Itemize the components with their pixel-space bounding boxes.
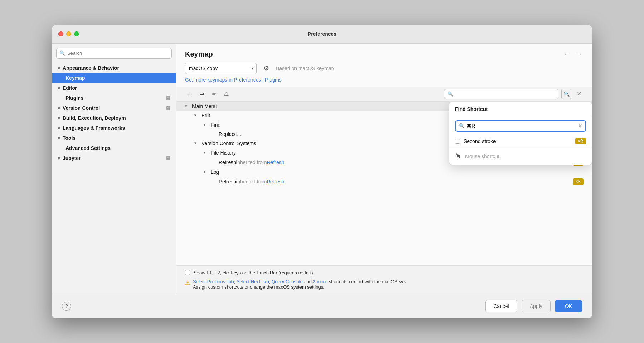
keymap-settings-button[interactable]: ⚙ [261, 63, 272, 74]
sidebar-item-tools[interactable]: ▶Tools [52, 133, 176, 143]
sidebar-search-container[interactable]: 🔍 [56, 48, 172, 59]
inherited-link[interactable]: Refresh [267, 160, 284, 165]
window-title: Preferences [308, 31, 336, 37]
chevron-icon: ▶ [58, 65, 60, 70]
chevron-icon: ▶ [58, 106, 60, 110]
warning-filter-button[interactable]: ⚠ [221, 89, 231, 99]
sidebar-search-input[interactable] [67, 50, 169, 56]
popup-mouse-row: 🖱 Mouse shortcut [449, 148, 592, 165]
find-shortcut-button[interactable]: 🔍 [561, 89, 571, 99]
traffic-lights [58, 31, 79, 36]
content-area: 🔍 ▶Appearance & BehaviorKeymap▶EditorPlu… [52, 44, 592, 294]
conflict-link-2[interactable]: Select Next Tab [236, 279, 269, 284]
conflict-link-more[interactable]: 2 more [313, 279, 327, 284]
nav-forward-button[interactable]: → [574, 50, 584, 58]
popup-search-icon: 🔍 [459, 123, 464, 128]
sidebar-item-label: Appearance & Behavior [63, 65, 119, 71]
close-traffic-light[interactable] [58, 31, 63, 36]
minimize-traffic-light[interactable] [66, 31, 71, 36]
conflict-and-text: and [304, 279, 313, 284]
tree-chevron-icon: ▾ [204, 122, 209, 127]
popup-search-input[interactable] [467, 123, 576, 129]
conflict-detail-text: Assign custom shortcuts or change the ma… [193, 284, 325, 290]
conflict-link-3[interactable]: Query Console [272, 279, 303, 284]
keymap-search-icon: 🔍 [447, 91, 453, 97]
keymap-dropdown[interactable]: macOS copy [185, 63, 257, 74]
conflict-suffix-text: shortcuts conflict with the macOS sys [329, 279, 406, 284]
touch-bar-checkbox[interactable] [185, 270, 190, 275]
maximize-traffic-light[interactable] [74, 31, 79, 36]
inherited-text: inherited from [236, 160, 267, 165]
conflict-row: ⚠ Select Previous Tab, Select Next Tab, … [185, 279, 584, 290]
inherited-link[interactable]: Refresh [267, 179, 284, 185]
sidebar-item-label: Editor [63, 85, 77, 91]
sidebar-item-keymap[interactable]: Keymap [52, 73, 176, 83]
sidebar-item-plugins[interactable]: Plugins▦ [52, 93, 176, 103]
touch-bar-row: Show F1, F2, etc. keys on the Touch Bar … [185, 270, 584, 275]
main-panel: Keymap ← → macOS copy ▾ ⚙ Based on macOS… [176, 44, 592, 294]
nav-back-button[interactable]: ← [562, 50, 571, 58]
help-button[interactable]: ? [62, 302, 71, 311]
tree-row-label: Main Menu [192, 103, 217, 109]
filter-assigned-button[interactable]: ⇌ [197, 89, 206, 99]
conflict-text: Select Previous Tab, Select Next Tab, Qu… [193, 279, 406, 290]
sidebar-item-label: Tools [63, 135, 75, 141]
tree-row-log[interactable]: ▾Log [176, 167, 592, 177]
keymap-toolbar: ≡ ⇌ ✏ ⚠ 🔍 🔍 ✕ [176, 87, 592, 102]
keymap-search-input[interactable] [455, 91, 555, 97]
apply-button[interactable]: Apply [522, 300, 551, 312]
popup-clear-button[interactable]: ✕ [578, 123, 582, 129]
sidebar-item-appearance[interactable]: ▶Appearance & Behavior [52, 63, 176, 73]
nav-arrows: ← → [562, 50, 584, 58]
sidebar-item-label: Version Control [63, 105, 100, 111]
sidebar-item-badge: ▦ [166, 105, 170, 111]
sidebar-search-icon: 🔍 [59, 50, 65, 56]
popup-title: Find Shortcut [449, 102, 592, 116]
tree-row-refresh-2[interactable]: Refresh inherited from Refresh⌘R [176, 177, 592, 187]
page-title: Keymap [185, 50, 213, 58]
dialog-footer: ? Cancel Apply OK [52, 294, 592, 318]
edit-shortcut-button[interactable]: ✏ [209, 89, 219, 99]
popup-second-stroke-row: Second stroke ⌘R [449, 136, 592, 148]
tree-chevron-icon: ▾ [204, 150, 209, 155]
sidebar-item-advanced[interactable]: Advanced Settings [52, 143, 176, 153]
get-more-keymaps-link[interactable]: Get more keymaps in Preferences | Plugin… [176, 77, 592, 87]
conflict-link-1[interactable]: Select Previous Tab [193, 279, 234, 284]
popup-search-container[interactable]: 🔍 ✕ [455, 120, 586, 132]
sidebar-item-label: Build, Execution, Deploym [63, 115, 126, 121]
sidebar-item-jupyter[interactable]: ▶Jupyter▦ [52, 153, 176, 163]
cancel-button[interactable]: Cancel [485, 300, 517, 312]
conflict-warning-icon: ⚠ [185, 279, 190, 286]
tree-row-label: Refresh [219, 160, 236, 165]
inherited-text: inherited from [236, 179, 267, 185]
find-shortcut-popup: Find Shortcut 🔍 ✕ Second stroke ⌘R 🖱 Mou… [449, 102, 592, 165]
close-search-button[interactable]: ✕ [574, 89, 584, 99]
keymap-description: Based on macOS keymap [276, 65, 334, 71]
ok-button[interactable]: OK [555, 300, 582, 312]
sidebar-item-label: Languages & Frameworks [63, 125, 125, 131]
second-stroke-checkbox[interactable] [455, 139, 460, 144]
sidebar-item-badge: ▦ [166, 95, 170, 101]
tree-chevron-icon: ▾ [185, 104, 191, 108]
main-header: Keymap ← → [176, 44, 592, 63]
chevron-icon: ▶ [58, 116, 60, 120]
chevron-icon: ▶ [58, 85, 60, 90]
bottom-bar: Show F1, F2, etc. keys on the Touch Bar … [176, 265, 592, 294]
sidebar-item-label: Advanced Settings [65, 145, 111, 151]
sidebar-item-label: Keymap [65, 75, 85, 81]
second-stroke-shortcut-badge: ⌘R [575, 138, 586, 144]
sidebar-item-version-control[interactable]: ▶Version Control▦ [52, 103, 176, 113]
shortcut-badge: ⌘R [573, 178, 584, 185]
sidebar-item-languages[interactable]: ▶Languages & Frameworks [52, 123, 176, 133]
tree-row-label: Replace... [219, 131, 241, 137]
chevron-icon: ▶ [58, 126, 60, 130]
sidebar-item-build[interactable]: ▶Build, Execution, Deploym [52, 113, 176, 123]
sidebar-item-label: Plugins [65, 95, 84, 101]
sidebar-item-editor[interactable]: ▶Editor [52, 83, 176, 93]
filter-by-shortcut-button[interactable]: ≡ [185, 89, 194, 99]
tree-container: ▾Main Menu▾Edit▾FindReplace...▾Version C… [176, 102, 592, 265]
tree-chevron-icon: ▾ [204, 170, 209, 174]
chevron-icon: ▶ [58, 156, 60, 160]
keymap-search-bar[interactable]: 🔍 [444, 89, 558, 99]
tree-row-label: Refresh [219, 179, 236, 185]
